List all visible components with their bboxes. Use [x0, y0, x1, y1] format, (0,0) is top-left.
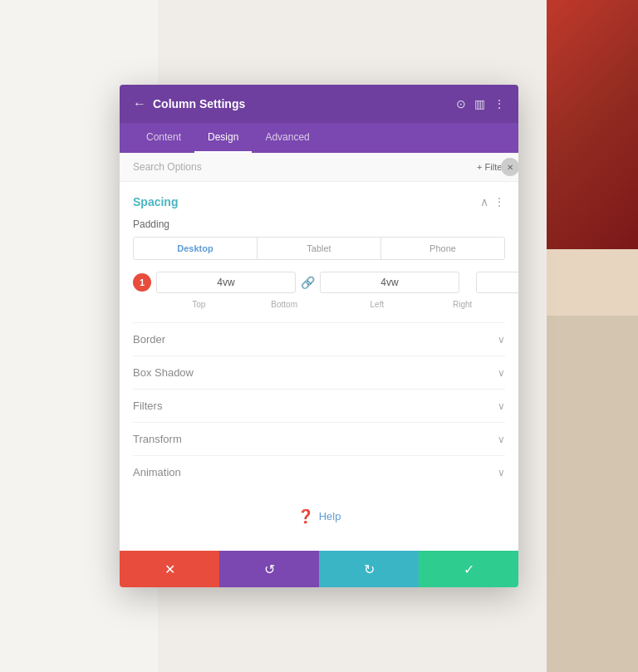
spacing-section-header: Spacing ∧ ⋮ [133, 195, 505, 208]
search-placeholder: Search Options [133, 161, 202, 173]
back-icon[interactable]: ← [133, 96, 146, 111]
menu-icon[interactable]: ⋮ [493, 195, 505, 208]
left-right-group: 🔗 [476, 272, 518, 293]
device-tab-desktop[interactable]: Desktop [134, 238, 258, 259]
animation-chevron: ∨ [498, 467, 505, 478]
device-tab-phone[interactable]: Phone [381, 238, 504, 259]
box-shadow-chevron: ∨ [498, 367, 505, 379]
help-icon: ❓ [297, 508, 314, 524]
filters-section[interactable]: Filters ∨ [133, 389, 505, 422]
columns-icon[interactable]: ▥ [474, 97, 485, 110]
tab-content[interactable]: Content [133, 123, 194, 153]
header-icons: ⊙ ▥ ⋮ [456, 97, 505, 110]
border-title: Border [133, 333, 165, 346]
filters-title: Filters [133, 400, 162, 412]
search-bar: Search Options + Filter [120, 153, 518, 182]
modal-tabs: Content Design Advanced [120, 123, 518, 153]
box-shadow-section[interactable]: Box Shadow ∨ [133, 356, 505, 389]
tab-design[interactable]: Design [194, 123, 252, 153]
top-bottom-group: 🔗 [156, 272, 459, 293]
right-label: Right [420, 300, 505, 309]
transform-title: Transform [133, 433, 182, 445]
undo-button[interactable]: ↺ [219, 551, 319, 587]
modal-content: Spacing ∧ ⋮ Padding Desktop Tablet Phone… [120, 182, 518, 551]
border-section[interactable]: Border ∨ [133, 322, 505, 356]
device-tab-tablet[interactable]: Tablet [258, 238, 381, 259]
animation-section[interactable]: Animation ∨ [133, 455, 505, 488]
filters-chevron: ∨ [498, 400, 505, 412]
modal-footer: ✕ ↺ ↻ ✓ [120, 551, 518, 587]
spacing-title: Spacing [133, 195, 178, 208]
step-badge: 1 [133, 273, 151, 292]
redo-button[interactable]: ↻ [319, 551, 419, 587]
save-button[interactable]: ✓ [419, 551, 518, 587]
close-button[interactable]: ✕ [501, 158, 518, 176]
collapse-icon[interactable]: ∧ [480, 195, 488, 208]
bottom-input[interactable] [320, 272, 459, 293]
device-tabs: Desktop Tablet Phone [133, 237, 505, 260]
target-icon[interactable]: ⊙ [456, 97, 466, 110]
padding-label: Padding [133, 218, 505, 230]
help-section[interactable]: ❓ Help [133, 488, 505, 537]
more-icon[interactable]: ⋮ [493, 97, 505, 110]
left-input[interactable] [476, 272, 518, 293]
link-top-bottom-icon[interactable]: 🔗 [297, 276, 318, 289]
box-shadow-title: Box Shadow [133, 366, 194, 379]
bottom-label: Bottom [242, 300, 327, 309]
top-input[interactable] [156, 272, 296, 293]
transform-chevron: ∨ [498, 434, 505, 445]
padding-inputs-row: 1 🔗 🔗 [133, 270, 505, 295]
border-chevron: ∨ [498, 334, 505, 346]
section-controls: ∧ ⋮ [480, 195, 505, 208]
cancel-button[interactable]: ✕ [120, 551, 219, 587]
modal-header: ← Column Settings ⊙ ▥ ⋮ [120, 85, 518, 123]
animation-title: Animation [133, 466, 181, 478]
help-label: Help [319, 510, 341, 522]
transform-section[interactable]: Transform ∨ [133, 422, 505, 455]
padding-labels: Top Bottom Left Right [156, 300, 505, 309]
left-label: Left [335, 300, 420, 309]
tab-advanced[interactable]: Advanced [252, 123, 322, 153]
top-label: Top [156, 300, 242, 309]
modal-title: Column Settings [153, 97, 245, 110]
column-settings-modal: ← Column Settings ⊙ ▥ ⋮ Content Design A… [120, 85, 518, 587]
